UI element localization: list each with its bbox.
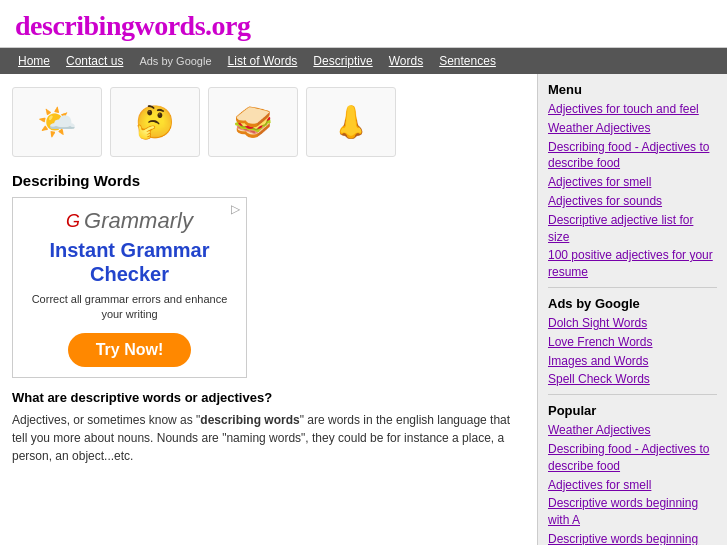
- sidebar-ads-title: Ads by Google: [548, 296, 717, 311]
- sidebar-popular-weather[interactable]: Weather Adjectives: [548, 422, 717, 439]
- ad-cta-button[interactable]: Try Now!: [68, 333, 192, 367]
- ad-logo: G Grammarly: [23, 208, 236, 234]
- page-wrapper: describingwords.org Home Contact us Ads …: [0, 0, 727, 545]
- sidebar-link-weather[interactable]: Weather Adjectives: [548, 120, 717, 137]
- sidebar-ads-french[interactable]: Love French Words: [548, 334, 717, 351]
- main-layout: 🌤️ 🤔 🥪 👃 Describing Words ▷ G Grammarly …: [0, 74, 727, 545]
- image-sandwich: 🥪: [208, 87, 298, 157]
- nav-descriptive[interactable]: Descriptive: [305, 52, 380, 70]
- ad-headline: Instant Grammar Checker: [23, 238, 236, 286]
- sidebar-ads-spell[interactable]: Spell Check Words: [548, 371, 717, 388]
- image-nose: 👃: [306, 87, 396, 157]
- sidebar-menu-title: Menu: [548, 82, 717, 97]
- sidebar-popular-title: Popular: [548, 403, 717, 418]
- site-header: describingwords.org: [0, 0, 727, 48]
- image-sun-clouds: 🌤️: [12, 87, 102, 157]
- sidebar-link-positive-adj[interactable]: 100 positive adjectives for your resume: [548, 247, 717, 281]
- sidebar-ads-images[interactable]: Images and Words: [548, 353, 717, 370]
- nav-ads-google: Ads by Google: [131, 53, 219, 69]
- sidebar-popular-desc-b[interactable]: Descriptive words beginning with B: [548, 531, 717, 545]
- sidebar-link-touch-feel[interactable]: Adjectives for touch and feel: [548, 101, 717, 118]
- sidebar-popular-desc-a[interactable]: Descriptive words beginning with A: [548, 495, 717, 529]
- sidebar-link-sounds[interactable]: Adjectives for sounds: [548, 193, 717, 210]
- nav-words[interactable]: Words: [381, 52, 431, 70]
- sidebar-popular-smell[interactable]: Adjectives for smell: [548, 477, 717, 494]
- body-text: Adjectives, or sometimes know as "descri…: [12, 411, 525, 465]
- image-thinking-face: 🤔: [110, 87, 200, 157]
- sidebar-divider-2: [548, 394, 717, 395]
- ad-subtext: Correct all grammar errors and enhance y…: [23, 292, 236, 323]
- sidebar-ads-dolch[interactable]: Dolch Sight Words: [548, 315, 717, 332]
- sidebar-link-size[interactable]: Descriptive adjective list for size: [548, 212, 717, 246]
- sidebar-link-food[interactable]: Describing food - Adjectives to describe…: [548, 139, 717, 173]
- nav-contact[interactable]: Contact us: [58, 52, 131, 70]
- section-title: Describing Words: [12, 172, 525, 189]
- sidebar: Menu Adjectives for touch and feel Weath…: [537, 74, 727, 545]
- sidebar-popular-food[interactable]: Describing food - Adjectives to describe…: [548, 441, 717, 475]
- site-title[interactable]: describingwords.org: [15, 10, 712, 42]
- content-area: 🌤️ 🤔 🥪 👃 Describing Words ▷ G Grammarly …: [0, 74, 537, 545]
- nav-bar: Home Contact us Ads by Google List of Wo…: [0, 48, 727, 74]
- ad-box: ▷ G Grammarly Instant Grammar Checker Co…: [12, 197, 247, 378]
- sidebar-divider-1: [548, 287, 717, 288]
- images-row: 🌤️ 🤔 🥪 👃: [12, 82, 525, 162]
- nav-home[interactable]: Home: [10, 52, 58, 70]
- sidebar-link-smell[interactable]: Adjectives for smell: [548, 174, 717, 191]
- body-question: What are descriptive words or adjectives…: [12, 390, 525, 405]
- nav-list-of-words[interactable]: List of Words: [220, 52, 306, 70]
- ad-indicator: ▷: [231, 202, 240, 216]
- nav-sentences[interactable]: Sentences: [431, 52, 504, 70]
